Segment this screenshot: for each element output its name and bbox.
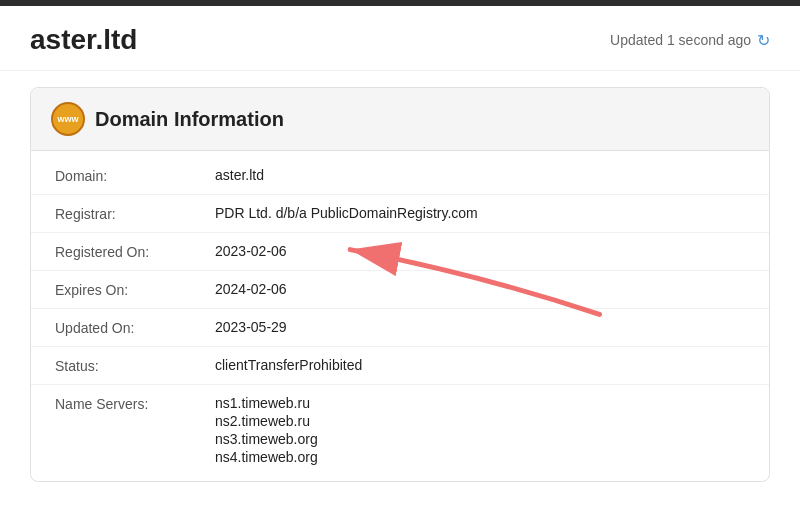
row-label: Registrar: [55, 205, 215, 222]
row-value-item: ns3.timeweb.org [215, 431, 745, 447]
card-title: Domain Information [95, 108, 284, 131]
row-value-item: ns4.timeweb.org [215, 449, 745, 465]
row-label: Name Servers: [55, 395, 215, 412]
row-label: Registered On: [55, 243, 215, 260]
row-label: Expires On: [55, 281, 215, 298]
row-value: clientTransferProhibited [215, 357, 745, 373]
row-value-multi: ns1.timeweb.runs2.timeweb.runs3.timeweb.… [215, 395, 745, 465]
table-row: Domain:aster.ltd [31, 157, 769, 195]
table-row: Name Servers:ns1.timeweb.runs2.timeweb.r… [31, 385, 769, 475]
row-value-item: ns1.timeweb.ru [215, 395, 745, 411]
updated-text: Updated 1 second ago [610, 32, 751, 48]
domain-info-card: www Domain Information Domain:aster.ltdR… [30, 87, 770, 482]
row-label: Updated On: [55, 319, 215, 336]
table-row: Status:clientTransferProhibited [31, 347, 769, 385]
row-label: Status: [55, 357, 215, 374]
row-value: 2024-02-06 [215, 281, 745, 297]
table-row: Registrar:PDR Ltd. d/b/a PublicDomainReg… [31, 195, 769, 233]
table-row: Registered On:2023-02-06 [31, 233, 769, 271]
info-table: Domain:aster.ltdRegistrar:PDR Ltd. d/b/a… [31, 151, 769, 481]
updated-info: Updated 1 second ago ↻ [610, 31, 770, 50]
table-row: Updated On:2023-05-29 [31, 309, 769, 347]
row-value: aster.ltd [215, 167, 745, 183]
header: aster.ltd Updated 1 second ago ↻ [0, 6, 800, 71]
table-row: Expires On:2024-02-06 [31, 271, 769, 309]
refresh-icon[interactable]: ↻ [757, 31, 770, 50]
row-label: Domain: [55, 167, 215, 184]
row-value: PDR Ltd. d/b/a PublicDomainRegistry.com [215, 205, 745, 221]
page-title: aster.ltd [30, 24, 137, 56]
row-value: 2023-02-06 [215, 243, 745, 259]
row-value-item: ns2.timeweb.ru [215, 413, 745, 429]
card-header: www Domain Information [31, 88, 769, 151]
www-icon: www [51, 102, 85, 136]
row-value: 2023-05-29 [215, 319, 745, 335]
